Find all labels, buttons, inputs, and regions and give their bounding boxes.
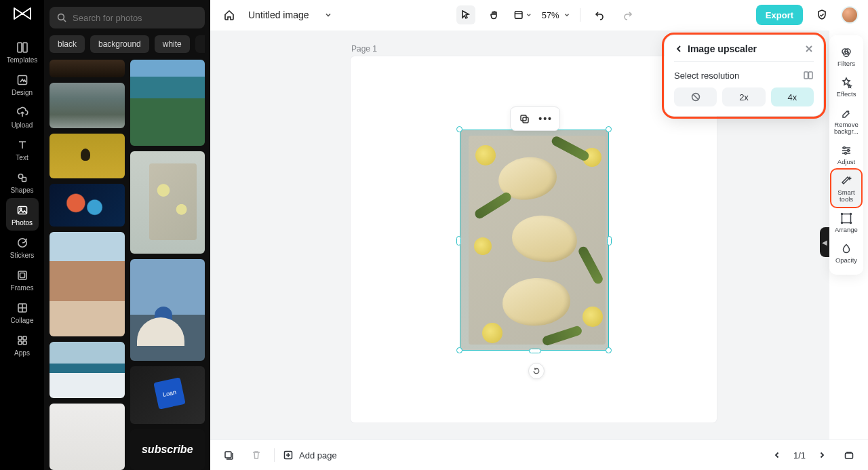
resolution-4x[interactable]: 4x bbox=[771, 87, 814, 106]
next-page-icon[interactable] bbox=[812, 446, 831, 465]
present-icon[interactable] bbox=[840, 446, 859, 465]
top-bar: Untitled image 57% Export bbox=[210, 0, 868, 31]
pointer-tool[interactable] bbox=[456, 5, 475, 24]
resize-handle-br[interactable] bbox=[606, 347, 612, 353]
svg-rect-19 bbox=[804, 72, 808, 79]
svg-point-26 bbox=[848, 149, 850, 151]
home-icon[interactable] bbox=[220, 5, 239, 24]
left-rail: Templates Design Upload Text Shapes Phot… bbox=[0, 0, 44, 470]
delete-page-icon[interactable] bbox=[247, 446, 266, 465]
rail-stickers[interactable]: Stickers bbox=[6, 231, 39, 263]
rail-shapes[interactable]: Shapes bbox=[6, 165, 39, 198]
resize-handle-tr[interactable] bbox=[606, 126, 612, 132]
photo-thumb[interactable] bbox=[130, 151, 205, 253]
redo-button[interactable] bbox=[618, 5, 637, 24]
photo-thumb[interactable] bbox=[130, 259, 205, 361]
resolution-2x[interactable]: 2x bbox=[722, 87, 765, 106]
file-title[interactable]: Untitled image bbox=[248, 9, 309, 20]
export-button[interactable]: Export bbox=[756, 5, 803, 25]
rail-apps[interactable]: Apps bbox=[6, 328, 39, 361]
svg-rect-20 bbox=[809, 72, 813, 79]
rr-label: Arrange bbox=[835, 227, 858, 233]
rail-design[interactable]: Design bbox=[6, 68, 39, 100]
resize-tool[interactable] bbox=[513, 5, 532, 24]
prev-page-icon[interactable] bbox=[768, 446, 787, 465]
svg-rect-14 bbox=[23, 341, 26, 345]
panel-expand-handle[interactable]: ◀ bbox=[820, 227, 829, 257]
svg-rect-35 bbox=[846, 453, 853, 458]
user-avatar[interactable] bbox=[841, 6, 859, 24]
title-chevron-icon[interactable] bbox=[319, 5, 338, 24]
resize-handle-bl[interactable] bbox=[456, 347, 462, 353]
photo-thumb-subscribe[interactable]: subscribe bbox=[130, 429, 205, 470]
chip-white[interactable]: white bbox=[155, 35, 190, 53]
photo-thumb[interactable] bbox=[50, 342, 125, 398]
selected-image[interactable] bbox=[460, 130, 609, 351]
resize-handle-tl[interactable] bbox=[456, 126, 462, 132]
svg-rect-16 bbox=[515, 12, 522, 19]
rr-arrange[interactable]: Arrange bbox=[831, 207, 861, 237]
add-page-icon bbox=[283, 450, 294, 461]
resize-handle-mr[interactable] bbox=[607, 236, 612, 246]
rr-adjust[interactable]: Adjust bbox=[831, 139, 861, 170]
svg-rect-17 bbox=[521, 115, 526, 121]
search-icon bbox=[56, 12, 67, 23]
back-icon[interactable] bbox=[674, 44, 684, 54]
shield-icon[interactable] bbox=[812, 5, 831, 24]
select-resolution-label: Select resolution bbox=[674, 71, 739, 81]
pager: 1/1 bbox=[768, 446, 831, 465]
hand-tool[interactable] bbox=[485, 5, 504, 24]
svg-rect-13 bbox=[18, 341, 22, 345]
photo-thumb[interactable] bbox=[50, 134, 125, 179]
rail-photos[interactable]: Photos bbox=[6, 198, 39, 231]
rail-text[interactable]: Text bbox=[6, 133, 39, 165]
arrange-icon bbox=[840, 212, 852, 224]
more-icon[interactable]: ••• bbox=[538, 111, 553, 126]
resolution-none[interactable] bbox=[674, 87, 717, 106]
rr-label: Effects bbox=[837, 91, 856, 98]
undo-button[interactable] bbox=[590, 5, 609, 24]
divider bbox=[274, 448, 275, 462]
compare-icon[interactable] bbox=[803, 70, 814, 81]
resize-handle-mb[interactable] bbox=[529, 349, 541, 353]
photo-thumb[interactable] bbox=[130, 60, 205, 146]
search-bar[interactable] bbox=[50, 7, 205, 28]
chip-more[interactable] bbox=[195, 35, 205, 53]
chip-background[interactable]: background bbox=[90, 35, 149, 53]
resize-handle-ml[interactable] bbox=[456, 236, 461, 246]
stickers-icon bbox=[16, 236, 29, 250]
rotate-handle[interactable] bbox=[528, 363, 545, 379]
photo-thumb[interactable] bbox=[50, 404, 125, 470]
chip-black[interactable]: black bbox=[50, 35, 85, 53]
photo-thumb[interactable] bbox=[50, 60, 125, 77]
photo-thumb[interactable] bbox=[130, 366, 205, 424]
rr-filters[interactable]: Filters bbox=[831, 41, 861, 71]
filters-icon bbox=[840, 46, 852, 58]
rail-label: Apps bbox=[14, 350, 30, 357]
photo-thumb[interactable] bbox=[50, 184, 125, 227]
duplicate-icon[interactable] bbox=[517, 111, 532, 126]
photo-thumb[interactable] bbox=[50, 232, 125, 336]
rr-label: Filters bbox=[837, 60, 855, 67]
rail-collage[interactable]: Collage bbox=[6, 296, 39, 328]
app-logo[interactable] bbox=[9, 4, 36, 24]
adjust-icon bbox=[840, 144, 852, 157]
rr-effects[interactable]: Effects bbox=[831, 71, 861, 102]
rail-upload[interactable]: Upload bbox=[6, 100, 39, 133]
close-icon[interactable] bbox=[804, 44, 814, 54]
context-toolbar: ••• bbox=[510, 106, 560, 131]
search-input[interactable] bbox=[73, 13, 198, 23]
photo-thumb[interactable] bbox=[50, 83, 125, 128]
rr-remove-bg[interactable]: Remove backgr... bbox=[831, 102, 861, 139]
svg-rect-1 bbox=[23, 43, 27, 52]
svg-rect-18 bbox=[523, 117, 528, 123]
rr-smart-tools[interactable]: Smart tools bbox=[831, 170, 861, 207]
pages-overview-icon[interactable] bbox=[220, 446, 239, 465]
rail-templates[interactable]: Templates bbox=[6, 35, 39, 68]
add-page-button[interactable]: Add page bbox=[283, 450, 337, 461]
rail-frames[interactable]: Frames bbox=[6, 263, 39, 296]
upscaler-title: Image upscaler bbox=[688, 43, 757, 54]
image-content bbox=[469, 136, 606, 345]
zoom-level[interactable]: 57% bbox=[542, 10, 570, 20]
rr-opacity[interactable]: Opacity bbox=[831, 237, 861, 268]
